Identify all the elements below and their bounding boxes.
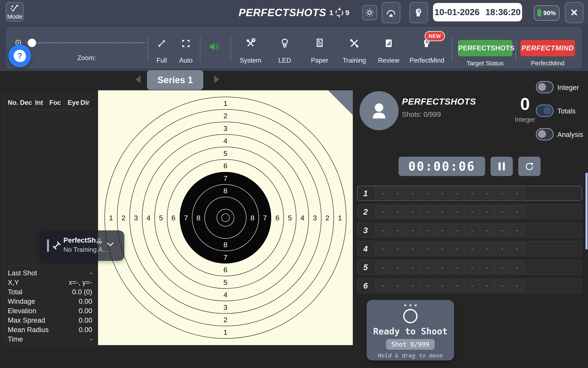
stat-value: 0.00 (79, 316, 92, 324)
score-cell: - (435, 243, 450, 255)
toggle-analysis[interactable] (536, 128, 553, 140)
stat-label: Mean Radius (8, 326, 48, 334)
shot-log-columns: No.DecIntFocEyeDir (8, 99, 93, 107)
row-number: 3 (363, 226, 368, 235)
dumbbell-icon (52, 241, 61, 250)
series-row[interactable]: 6---------- (357, 278, 582, 293)
column-header: Dec (20, 99, 35, 107)
next-series-button[interactable] (214, 76, 219, 83)
series-row[interactable]: 1---------- (357, 186, 582, 201)
training-widget[interactable]: PerfectSh… No Training A… (40, 230, 124, 261)
drag-dots-icon[interactable] (97, 238, 101, 244)
ready-to-shoot-card[interactable]: Ready to Shoot Shot 0/999 Hold & drag to… (367, 300, 454, 360)
toolbar-separator (231, 36, 231, 61)
series-selector[interactable]: Series 1 (147, 70, 203, 90)
toggle-integer-label: Integer (557, 83, 579, 92)
scrollbar[interactable] (586, 173, 588, 249)
mode-button[interactable]: Mode (6, 2, 24, 21)
row-number: 4 (363, 245, 368, 254)
toggle-totals[interactable] (536, 105, 553, 117)
prev-series-button[interactable] (136, 76, 140, 83)
series-row[interactable]: 3---------- (357, 223, 582, 238)
battery-icon (537, 10, 541, 16)
toolbar-item-led[interactable]: LED (271, 35, 299, 65)
head-gear-icon (413, 7, 424, 18)
score-cell: - (390, 280, 405, 292)
perfectmind-status-button[interactable]: PERFECTMIND (520, 40, 575, 56)
column-header: No. (8, 99, 20, 107)
series-row[interactable]: 4---------- (357, 241, 582, 256)
score-cell: - (435, 261, 450, 273)
ring-number: 7 (223, 174, 227, 182)
reset-button[interactable] (518, 157, 541, 176)
score-cell: - (375, 243, 390, 255)
ring-number: 3 (223, 303, 227, 311)
stat-value: 0.00 (79, 307, 92, 315)
ring-number: 2 (223, 112, 227, 120)
pause-button[interactable] (490, 157, 513, 176)
stat-value: x=-, y=- (69, 278, 92, 286)
stat-row: Windage0.00 (8, 297, 92, 306)
refresh-icon (524, 161, 534, 171)
toolbar-item-review[interactable]: Review (375, 35, 402, 65)
perfectmind-header-button[interactable] (409, 2, 428, 23)
score-cell: - (450, 206, 465, 218)
series-row[interactable]: 2---------- (357, 204, 582, 219)
toolbar-item-paper[interactable]: Paper (306, 35, 333, 65)
system-label: System (240, 57, 261, 65)
zoom-label: Zoom: (27, 54, 146, 62)
ring-number: 4 (300, 214, 305, 222)
ring-number: 4 (223, 291, 227, 299)
ring-number: 5 (223, 278, 227, 286)
help-button[interactable]: ? (9, 45, 31, 67)
stat-value: - (90, 269, 92, 277)
chevron-down-icon[interactable] (107, 242, 114, 246)
score-cell: - (509, 206, 525, 218)
row-number: 5 (363, 263, 368, 272)
score-cell: - (390, 224, 405, 236)
close-button[interactable]: ✕ (565, 2, 583, 23)
aim-circle-icon (403, 309, 417, 323)
target-status-button[interactable]: PERFECTSHOTS (458, 40, 512, 56)
brightness-button[interactable] (362, 5, 377, 20)
ring-number: 5 (288, 214, 292, 222)
perfectmind-status-label: PerfectMind (520, 60, 575, 67)
ring-number: 3 (313, 214, 317, 222)
score-cell: - (465, 187, 480, 199)
series-row[interactable]: 5---------- (357, 260, 582, 275)
auto-button[interactable]: Auto (174, 35, 197, 65)
zoom-slider-thumb[interactable] (28, 39, 36, 47)
score-cell: - (405, 243, 420, 255)
score-cell: - (435, 224, 450, 236)
review-label: Review (378, 57, 399, 65)
crossed-tools-icon (348, 37, 360, 49)
full-button[interactable]: Full (150, 35, 173, 65)
toolbar-item-training[interactable]: Training (341, 35, 368, 65)
toggle-totals-label: Totals (557, 107, 575, 115)
score-cell: - (420, 224, 435, 236)
zoom-slider-track[interactable] (27, 42, 146, 43)
ring-number: 8 (223, 241, 227, 249)
led-label: LED (279, 57, 291, 65)
score-cell: - (480, 187, 495, 199)
row-number: 2 (363, 208, 368, 217)
toolbar-item-system[interactable]: System (237, 35, 264, 65)
shot-log-panel: No.DecIntFocEyeDir Last Shot-X,Yx=-, y=-… (2, 94, 98, 344)
score-cell: - (480, 206, 495, 218)
score-cell: - (495, 206, 510, 218)
score-cell: - (495, 187, 510, 199)
widget-subtitle: No Training A… (63, 246, 109, 254)
stat-value: - (90, 335, 92, 343)
receipt-icon (314, 37, 326, 49)
score-cells: ---------- (375, 261, 525, 273)
sound-button[interactable] (209, 41, 220, 52)
avatar (360, 91, 398, 130)
help-head-icon: ? (14, 50, 26, 62)
score-cell: - (375, 261, 390, 273)
datetime-display[interactable]: 10-01-2026 18:36:20 (433, 3, 522, 21)
toggle-integer[interactable] (536, 81, 553, 93)
column-header: Eye (68, 99, 81, 107)
battery-percent: 90% (543, 9, 556, 17)
scope-button[interactable] (382, 2, 400, 23)
column-header: Dir (81, 99, 93, 107)
